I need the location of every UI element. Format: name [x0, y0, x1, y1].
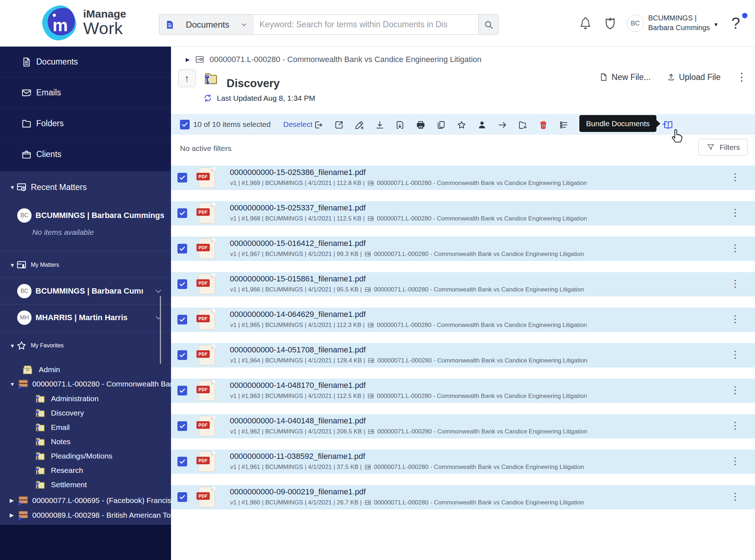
row-checkbox[interactable]	[177, 315, 187, 324]
user-avatar[interactable]: BC	[627, 15, 644, 32]
chevron-down-icon[interactable]	[154, 313, 163, 322]
document-filename[interactable]: 0000000000-11-038592_filename1.pdf	[230, 452, 365, 461]
bundle-documents-icon[interactable]	[662, 119, 674, 131]
pen-edit-icon[interactable]	[355, 120, 364, 130]
caret-down-icon[interactable]: ▼	[10, 381, 16, 387]
sidebar-section-my-matters[interactable]: ▼My Matters	[0, 253, 171, 277]
search-input[interactable]	[254, 14, 479, 35]
row-checkbox[interactable]	[177, 244, 187, 253]
favorite-item-admin[interactable]: Admin	[0, 362, 171, 377]
row-kebab-icon[interactable]: ⋮	[730, 350, 740, 360]
breadcrumb-caret-icon[interactable]: ▶	[186, 57, 190, 62]
document-row[interactable]: PDF0000000000-14-064629_filename1.pdfv1 …	[171, 308, 755, 332]
my-matter-entry[interactable]: MHMHARRIS | Martin Harris	[0, 305, 171, 331]
sidebar-item-emails[interactable]: Emails	[0, 77, 171, 108]
document-row[interactable]: PDF0000000000-09-000219_filename1.pdfv1 …	[171, 485, 755, 509]
breadcrumb-matter-link[interactable]: 00000071.L-000280 - Commonwealth Bank vs…	[210, 55, 481, 64]
favorite-folder-discovery[interactable]: Discovery	[0, 406, 171, 420]
document-row[interactable]: PDF0000000000-14-040148_filename1.pdfv1 …	[171, 414, 755, 438]
document-filename[interactable]: 0000000000-14-051708_filename1.pdf	[230, 345, 366, 355]
favorite-matter-expanded[interactable]: ▼00000071.L-000280 - Commonwealth Bar	[0, 376, 171, 391]
upload-file-button[interactable]: Upload File	[666, 72, 721, 82]
move-arrow-icon[interactable]	[498, 120, 507, 130]
search-scope-dropdown[interactable]: Documents	[159, 14, 254, 35]
my-matter-entry[interactable]: BCBCUMMINGS | Barbara Cummings	[0, 278, 171, 304]
row-kebab-icon[interactable]: ⋮	[730, 172, 740, 182]
check-in-icon[interactable]	[395, 120, 405, 130]
caret-down-icon[interactable]: ▼	[10, 262, 16, 268]
favorite-folder-pleadings-motions[interactable]: Pleadings/Motions	[0, 449, 171, 463]
notifications-bell-icon[interactable]	[578, 16, 593, 31]
more-options-kebab-icon[interactable]: ⋮	[736, 72, 747, 82]
row-checkbox[interactable]	[177, 492, 187, 502]
row-kebab-icon[interactable]: ⋮	[730, 385, 740, 395]
row-checkbox[interactable]	[177, 457, 187, 466]
properties-list-icon[interactable]	[559, 120, 569, 130]
row-kebab-icon[interactable]: ⋮	[730, 456, 740, 466]
caret-right-icon[interactable]: ▶	[10, 497, 16, 504]
document-filename[interactable]: 0000000000-15-025386_filename1.pdf	[230, 168, 366, 177]
row-kebab-icon[interactable]: ⋮	[730, 492, 740, 502]
delete-trash-icon[interactable]	[538, 120, 548, 130]
deselect-link[interactable]: Deselect	[283, 120, 313, 129]
favorite-folder-settlement[interactable]: Settlement	[0, 478, 171, 492]
caret-right-icon[interactable]: ▶	[10, 512, 16, 518]
document-row[interactable]: PDF0000000000-14-051708_filename1.pdfv1 …	[171, 343, 755, 367]
row-kebab-icon[interactable]: ⋮	[730, 279, 740, 289]
new-file-button[interactable]: New File...	[599, 72, 651, 82]
hamburger-menu-icon[interactable]	[10, 17, 26, 29]
sidebar-section-my-favorites[interactable]: ▼My Favorites	[0, 334, 171, 357]
row-kebab-icon[interactable]: ⋮	[730, 421, 740, 431]
sidebar-item-documents[interactable]: Documents	[0, 47, 171, 77]
sidebar-item-folders[interactable]: Folders	[0, 108, 171, 139]
row-kebab-icon[interactable]: ⋮	[730, 243, 740, 253]
whats-new-shield-icon[interactable]	[602, 15, 618, 31]
favorite-folder-administration[interactable]: Administration	[0, 391, 171, 406]
favorite-folder-notes[interactable]: Notes	[0, 435, 171, 449]
recent-matter-entry[interactable]: BCBCUMMINGS | Barbara Cummings	[0, 204, 171, 227]
search-button[interactable]	[478, 14, 499, 35]
document-row[interactable]: PDF0000000000-15-015861_filename1.pdfv1 …	[171, 272, 755, 296]
favorite-star-icon[interactable]	[457, 120, 466, 130]
favorite-folder-research[interactable]: Research	[0, 463, 171, 478]
refresh-icon[interactable]	[203, 93, 213, 103]
sidebar-section-recent-matters[interactable]: ▼Recent Matters	[0, 174, 171, 200]
document-row[interactable]: PDF0000000000-11-038592_filename1.pdfv1 …	[171, 450, 755, 474]
favorite-matter-collapsed[interactable]: ▶00000077.L-000695 - (Facebook) Francisc…	[0, 493, 171, 508]
row-checkbox[interactable]	[177, 350, 187, 360]
document-row[interactable]: PDF0000000000-15-025337_filename1.pdfv1 …	[171, 201, 755, 226]
user-name[interactable]: BCUMMINGS | Barbara Cummings	[648, 13, 710, 33]
caret-down-icon[interactable]: ▼	[10, 184, 16, 190]
download-icon[interactable]	[375, 120, 385, 130]
document-filename[interactable]: 0000000000-14-064629_filename1.pdf	[230, 310, 366, 319]
document-filename[interactable]: 0000000000-09-000219_filename1.pdf	[230, 487, 366, 497]
document-filename[interactable]: 0000000000-15-015861_filename1.pdf	[230, 274, 366, 284]
sidebar-scrollbar-thumb[interactable]	[160, 296, 161, 364]
document-row[interactable]: PDF0000000000-15-016412_filename1.pdfv1 …	[171, 237, 755, 261]
row-kebab-icon[interactable]: ⋮	[730, 208, 740, 218]
caret-down-icon[interactable]: ▼	[10, 343, 16, 349]
document-row[interactable]: PDF0000000000-14-048170_filename1.pdfv1 …	[171, 379, 755, 403]
row-checkbox[interactable]	[177, 421, 187, 431]
share-user-icon[interactable]	[477, 120, 487, 130]
filters-button[interactable]: Filters	[698, 139, 748, 156]
document-filename[interactable]: 0000000000-14-048170_filename1.pdf	[230, 381, 366, 390]
row-checkbox[interactable]	[177, 279, 187, 289]
row-checkbox[interactable]	[177, 386, 187, 395]
document-filename[interactable]: 0000000000-15-016412_filename1.pdf	[230, 239, 366, 248]
chevron-down-icon[interactable]	[154, 286, 163, 296]
sidebar-item-clients[interactable]: Clients	[0, 139, 171, 170]
document-filename[interactable]: 0000000000-15-025337_filename1.pdf	[230, 203, 366, 213]
document-filename[interactable]: 0000000000-14-040148_filename1.pdf	[230, 416, 366, 426]
select-all-checkbox[interactable]	[180, 120, 190, 129]
row-checkbox[interactable]	[177, 173, 187, 182]
user-menu-caret-icon[interactable]: ▾	[714, 21, 718, 28]
open-external-icon[interactable]	[334, 120, 344, 130]
print-icon[interactable]	[416, 120, 426, 130]
document-row[interactable]: PDF0000000000-15-025386_filename1.pdfv1 …	[171, 166, 755, 190]
favorite-folder-email[interactable]: Email	[0, 420, 171, 435]
row-checkbox[interactable]	[177, 208, 187, 218]
favorite-matter-collapsed[interactable]: ▶00000089.L-000298 - British American To…	[0, 508, 171, 522]
add-to-folder-icon[interactable]	[518, 120, 528, 130]
help-button[interactable]: ?	[731, 14, 740, 32]
